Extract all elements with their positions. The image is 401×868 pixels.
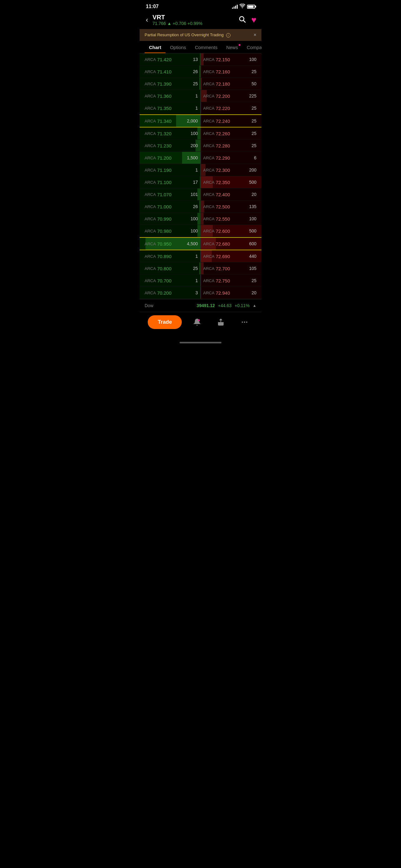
ask-cell[interactable]: ARCA 72.220 25 xyxy=(201,102,262,114)
ask-cell[interactable]: ARCA 72.500 135 xyxy=(201,200,262,213)
order-book-row: ARCA 71.070 101 ARCA 72.400 20 xyxy=(140,188,261,200)
order-book-row: ARCA 70.980 100 ARCA 72.600 500 xyxy=(140,225,261,237)
order-book-row: ARCA 71.410 26 ARCA 72.160 25 xyxy=(140,66,261,78)
ask-cell[interactable]: ARCA 72.400 20 xyxy=(201,188,262,200)
tab-bar: Chart Options Comments News Company xyxy=(140,41,261,54)
tab-company[interactable]: Company xyxy=(242,41,261,53)
share-button[interactable] xyxy=(212,316,230,328)
bid-cell[interactable]: ARCA 70.890 1 xyxy=(140,250,201,262)
order-book-row: ARCA 70.890 1 ARCA 72.690 440 xyxy=(140,250,261,262)
home-indicator xyxy=(140,337,261,346)
header-title: VRT 71.766 ▲ +0.706 +0.99% xyxy=(153,14,235,26)
ask-cell[interactable]: ARCA 72.200 225 xyxy=(201,90,262,102)
battery-icon xyxy=(247,5,255,9)
more-button[interactable] xyxy=(236,316,253,328)
bid-cell[interactable]: ARCA 70.700 1 xyxy=(140,275,201,286)
market-price: 39491.12 xyxy=(197,303,215,308)
tab-comments[interactable]: Comments xyxy=(191,41,222,53)
market-bar: Dow 39491.12 +44.63 +0.11% ▲ xyxy=(140,299,261,312)
ask-cell[interactable]: ARCA 72.350 500 xyxy=(201,176,262,188)
bid-cell[interactable]: ARCA 70.990 100 xyxy=(140,213,201,225)
ask-cell[interactable]: ARCA 72.300 200 xyxy=(201,164,262,176)
order-book-row: ARCA 70.700 1 ARCA 72.750 25 xyxy=(140,275,261,287)
bid-cell[interactable]: ARCA 71.320 100 xyxy=(140,127,201,140)
ask-cell[interactable]: ARCA 72.160 25 xyxy=(201,66,262,78)
bid-cell[interactable]: ARCA 71.230 200 xyxy=(140,140,201,152)
ask-cell[interactable]: ARCA 72.750 25 xyxy=(201,275,262,286)
bid-cell[interactable]: ARCA 71.350 1 xyxy=(140,102,201,114)
bid-cell[interactable]: ARCA 71.070 101 xyxy=(140,188,201,200)
status-icons xyxy=(232,4,255,9)
order-book-row: ARCA 71.190 1 ARCA 72.300 200 xyxy=(140,164,261,176)
order-book-row: ARCA 71.360 1 ARCA 72.200 225 xyxy=(140,90,261,102)
ask-cell[interactable]: ARCA 72.690 440 xyxy=(201,250,262,262)
market-chevron-icon: ▲ xyxy=(253,303,257,308)
order-book-row: ARCA 70.800 25 ARCA 72.700 105 xyxy=(140,262,261,275)
svg-point-5 xyxy=(244,321,245,323)
order-book-row: ARCA 70.200 3 ARCA 72.940 20 xyxy=(140,287,261,299)
bid-cell[interactable]: ARCA 71.360 1 xyxy=(140,90,201,102)
bid-cell[interactable]: ARCA 70.200 3 xyxy=(140,287,201,299)
info-icon[interactable]: i xyxy=(226,33,231,37)
bid-cell[interactable]: ARCA 71.390 25 xyxy=(140,78,201,90)
bid-cell[interactable]: ARCA 71.420 13 xyxy=(140,54,201,65)
header: ‹ VRT 71.766 ▲ +0.706 +0.99% ♥ xyxy=(140,11,261,29)
order-book-row: ARCA 71.200 1,500 ARCA 72.290 6 xyxy=(140,152,261,164)
order-book-row: ARCA 71.100 17 ARCA 72.350 500 xyxy=(140,176,261,188)
ask-cell[interactable]: ARCA 72.700 105 xyxy=(201,262,262,274)
order-book-row: ARCA 71.340 2,000 ARCA 72.240 25 xyxy=(140,114,261,127)
order-book-row: ARCA 70.950 4,500 ARCA 72.680 600 xyxy=(140,237,261,250)
bid-cell[interactable]: ARCA 70.950 4,500 xyxy=(140,238,201,250)
svg-point-0 xyxy=(239,17,244,21)
bid-cell[interactable]: ARCA 71.410 26 xyxy=(140,66,201,78)
ticker-symbol: VRT xyxy=(153,14,235,21)
bid-cell[interactable]: ARCA 71.100 17 xyxy=(140,176,201,188)
svg-line-1 xyxy=(244,20,246,23)
alert-button[interactable] xyxy=(188,316,206,328)
bid-cell[interactable]: ARCA 71.340 2,000 xyxy=(140,115,201,127)
bid-cell[interactable]: ARCA 71.200 1,500 xyxy=(140,152,201,164)
bid-cell[interactable]: ARCA 70.980 100 xyxy=(140,225,201,237)
order-book-row: ARCA 71.350 1 ARCA 72.220 25 xyxy=(140,102,261,114)
ask-cell[interactable]: ARCA 72.940 20 xyxy=(201,287,262,299)
order-book-row: ARCA 70.990 100 ARCA 72.550 100 xyxy=(140,213,261,225)
bid-cell[interactable]: ARCA 71.190 1 xyxy=(140,164,201,176)
ask-cell[interactable]: ARCA 72.260 25 xyxy=(201,127,262,140)
ask-cell[interactable]: ARCA 72.180 50 xyxy=(201,78,262,90)
status-bar: 11:07 xyxy=(140,0,261,11)
trade-button[interactable]: Trade xyxy=(148,315,182,329)
favorite-button[interactable]: ♥ xyxy=(251,15,257,25)
price-pct: +0.99% xyxy=(188,21,202,26)
ask-cell[interactable]: ARCA 72.290 6 xyxy=(201,152,262,164)
ask-cell[interactable]: ARCA 72.550 100 xyxy=(201,213,262,225)
market-name: Dow xyxy=(144,303,153,308)
header-actions: ♥ xyxy=(239,15,257,25)
market-pct: +0.11% xyxy=(235,303,249,308)
ask-cell[interactable]: ARCA 72.280 25 xyxy=(201,140,262,152)
order-book-row: ARCA 71.000 26 ARCA 72.500 135 xyxy=(140,200,261,213)
wifi-icon xyxy=(239,4,245,9)
ask-cell[interactable]: ARCA 72.150 100 xyxy=(201,54,262,65)
tab-options[interactable]: Options xyxy=(166,41,191,53)
order-book-row: ARCA 71.320 100 ARCA 72.260 25 xyxy=(140,127,261,140)
search-button[interactable] xyxy=(239,16,246,24)
ask-cell[interactable]: ARCA 72.600 500 xyxy=(201,225,262,237)
price-change: +0.706 xyxy=(173,21,186,26)
signal-icon xyxy=(232,5,238,9)
svg-point-6 xyxy=(246,321,247,323)
order-book-row: ARCA 71.420 13 ARCA 72.150 100 xyxy=(140,54,261,66)
banner: Partial Resumption of US Overnight Tradi… xyxy=(140,29,261,41)
bid-cell[interactable]: ARCA 71.000 26 xyxy=(140,200,201,213)
ask-cell[interactable]: ARCA 72.240 25 xyxy=(201,115,262,127)
back-button[interactable]: ‹ xyxy=(144,15,149,25)
price-arrow: ▲ xyxy=(167,21,171,26)
tab-news[interactable]: News xyxy=(222,41,242,53)
tab-chart[interactable]: Chart xyxy=(144,41,166,53)
svg-point-4 xyxy=(242,321,243,323)
ask-cell[interactable]: ARCA 72.680 600 xyxy=(201,238,262,250)
banner-close-button[interactable]: × xyxy=(254,32,257,38)
price-value: 71.766 xyxy=(153,21,166,26)
status-time: 11:07 xyxy=(146,4,159,9)
bid-cell[interactable]: ARCA 70.800 25 xyxy=(140,262,201,274)
bottom-nav: Trade xyxy=(140,312,261,337)
